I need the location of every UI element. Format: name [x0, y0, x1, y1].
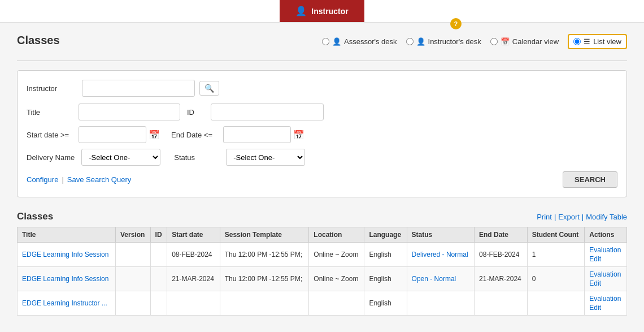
radio-assessors-desk[interactable] [322, 38, 329, 45]
search-button[interactable]: SEARCH [563, 171, 617, 188]
assessors-desk-label: Assessor's desk [344, 37, 397, 46]
col-end-date: End Date [475, 227, 528, 243]
edit-link-2[interactable]: Edit [589, 279, 622, 287]
status-label: Status [174, 153, 219, 162]
action-links-1: Evaluation Edit [589, 246, 622, 263]
delivery-name-label: Delivery Name [27, 153, 75, 162]
cell-title-3: EDGE Learning Instructor ... [18, 291, 116, 316]
modify-table-link[interactable]: Modify Table [586, 213, 627, 221]
table-row: EDGE Learning Info Session 08-FEB-2024 T… [18, 243, 627, 267]
cell-id-1 [150, 243, 167, 267]
form-links: Configure | Save Search Query [27, 175, 131, 184]
pipe-1: | [554, 213, 556, 221]
save-search-link[interactable]: Save Search Query [67, 175, 131, 184]
assessors-desk-icon: 👤 [332, 37, 341, 46]
evaluation-link-3[interactable]: Evaluation [589, 295, 622, 303]
col-version: Version [115, 227, 150, 243]
start-date-input[interactable]: 05-FEB-2024 [79, 126, 146, 143]
end-date-input[interactable]: 05-APR-2024 [223, 126, 291, 143]
table-row: EDGE Learning Instructor ... English Eva… [18, 291, 627, 316]
radio-list[interactable] [573, 38, 581, 45]
export-link[interactable]: Export [558, 213, 580, 221]
cell-session-template-1: Thu 12:00 PM -12:55 PM; [220, 243, 309, 267]
instructors-desk-label: Instructor's desk [428, 37, 481, 46]
search-form: Instructor 🔍 Title ID Start date >= 05-F… [17, 70, 627, 197]
list-label: List view [593, 37, 621, 46]
end-date-wrap: 05-APR-2024 📅 [223, 126, 304, 143]
help-icon[interactable]: ? [450, 18, 462, 29]
id-label: ID [187, 108, 204, 117]
cell-version-3 [115, 291, 150, 316]
main-content: Classes ? 👤 Assessor's desk 👤 Instructor… [0, 23, 644, 327]
status-badge-2: Open - Normal [412, 275, 456, 283]
cell-student-count-3 [527, 291, 585, 316]
title-link-2[interactable]: EDGE Learning Info Session [22, 275, 108, 283]
cell-end-date-2: 21-MAR-2024 [475, 267, 528, 291]
delivery-name-select[interactable]: -Select One- [81, 149, 160, 166]
title-input[interactable] [79, 104, 180, 120]
cell-language-1: English [364, 243, 407, 267]
radio-calendar[interactable] [490, 38, 498, 45]
title-divider [17, 61, 627, 61]
evaluation-link-2[interactable]: Evaluation [589, 270, 622, 278]
cell-actions-3: Evaluation Edit [585, 291, 627, 316]
start-date-calendar-icon[interactable]: 📅 [149, 130, 160, 140]
col-start-date: Start date [167, 227, 220, 243]
cell-id-2 [150, 267, 167, 291]
edit-link-1[interactable]: Edit [589, 255, 622, 263]
cell-status-3 [407, 291, 474, 316]
edit-link-3[interactable]: Edit [589, 304, 622, 312]
cell-student-count-1: 1 [527, 243, 585, 267]
cell-end-date-1: 08-FEB-2024 [475, 243, 528, 267]
start-date-wrap: 05-FEB-2024 📅 [79, 126, 160, 143]
table-row: EDGE Learning Info Session 21-MAR-2024 T… [18, 267, 627, 291]
status-badge-1: Delivered - Normal [412, 251, 468, 258]
start-date-label: Start date >= [27, 131, 72, 139]
end-date-label: End Date <= [171, 131, 216, 139]
title-link-3[interactable]: EDGE Learning Instructor ... [22, 299, 107, 307]
col-title: Title [18, 227, 116, 243]
cell-start-date-3 [167, 291, 220, 316]
cell-title: EDGE Learning Info Session [18, 243, 116, 267]
top-navigation: 👤 Instructor [0, 0, 644, 23]
view-option-calendar[interactable]: 📅 Calendar view [490, 37, 559, 46]
classes-section: Classes Print | Export | Modify Table Ti… [17, 211, 627, 316]
view-option-instructors-desk[interactable]: 👤 Instructor's desk [406, 37, 481, 46]
col-language: Language [364, 227, 407, 243]
title-link-1[interactable]: EDGE Learning Info Session [22, 251, 108, 258]
id-input[interactable] [211, 104, 324, 120]
radio-instructors-desk[interactable] [406, 38, 414, 45]
instructor-tab[interactable]: 👤 Instructor [280, 0, 364, 22]
action-links-2: Evaluation Edit [589, 270, 622, 287]
instructor-search-button[interactable]: 🔍 [199, 81, 219, 96]
cell-version-1 [115, 243, 150, 267]
calendar-icon: 📅 [501, 37, 510, 46]
instructor-label: Instructor [27, 84, 77, 93]
instructor-tab-label: Instructor [311, 7, 348, 16]
end-date-calendar-icon[interactable]: 📅 [293, 130, 304, 140]
form-actions: Configure | Save Search Query SEARCH [27, 171, 617, 188]
cell-status-2: Open - Normal [407, 267, 474, 291]
cell-actions-2: Evaluation Edit [585, 267, 627, 291]
cell-actions-1: Evaluation Edit [585, 243, 627, 267]
evaluation-link-1[interactable]: Evaluation [589, 246, 622, 254]
title-id-row: Title ID [27, 104, 617, 120]
calendar-label: Calendar view [512, 37, 559, 46]
status-select[interactable]: -Select One- [226, 149, 305, 166]
cell-location-1: Online ~ Zoom [309, 243, 364, 267]
table-header: Title Version ID Start date Session Temp… [18, 227, 627, 243]
view-option-assessors-desk[interactable]: 👤 Assessor's desk [322, 37, 397, 46]
header-row: Title Version ID Start date Session Temp… [18, 227, 627, 243]
configure-link[interactable]: Configure [27, 175, 58, 184]
cell-language-3: English [364, 291, 407, 316]
instructor-input[interactable] [82, 80, 195, 97]
table-actions: Print | Export | Modify Table [537, 213, 627, 221]
view-option-list[interactable]: ☰ List view [568, 34, 627, 49]
cell-title-2: EDGE Learning Info Session [18, 267, 116, 291]
instructor-row: Instructor 🔍 [27, 80, 617, 97]
cell-end-date-3 [475, 291, 528, 316]
print-link[interactable]: Print [537, 213, 552, 221]
cell-location-3 [309, 291, 364, 316]
cell-status-1: Delivered - Normal [407, 243, 474, 267]
col-session-template: Session Template [220, 227, 309, 243]
